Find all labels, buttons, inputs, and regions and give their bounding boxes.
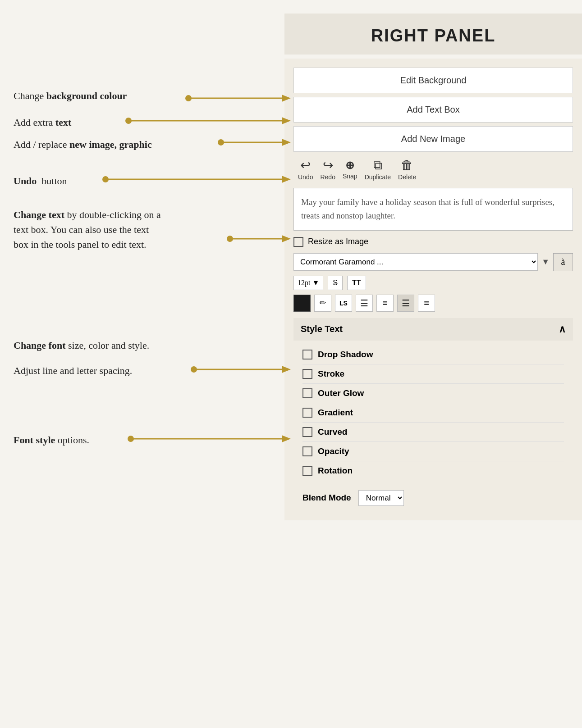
redo-button[interactable]: ↪ Redo [320,159,335,181]
gradient-checkbox[interactable] [302,408,312,418]
opacity-option: Opacity [302,442,564,461]
annotation-undo-bold: Undo [14,175,37,187]
gradient-label: Gradient [318,408,353,418]
font-style-button[interactable]: à [553,253,573,271]
font-family-select[interactable]: Cormorant Garamond ... [293,253,538,271]
annotation-change-text-bold: Change text [14,209,64,220]
rotation-option: Rotation [302,461,564,480]
undo-button[interactable]: ↩ Undo [298,159,313,181]
resize-label: Resize as Image [308,237,368,246]
annotation-undo: Undo button [14,173,67,188]
annotation-bg-colour-bold: background colour [46,90,127,101]
font-size-select[interactable]: 12pt ▼ [293,276,323,290]
rotation-checkbox[interactable] [302,466,312,476]
bold-tt-button[interactable]: TT [347,276,366,290]
style-text-section: Style Text ∧ Drop Shadow Stroke Outer Gl… [293,318,573,511]
svg-point-6 [218,139,224,146]
style-text-title: Style Text [301,324,343,334]
resize-checkbox[interactable] [293,237,303,247]
resize-as-image-row: Resize as Image [293,237,573,247]
outer-glow-checkbox[interactable] [302,388,312,398]
annotation-font-style-bold: Font style [14,434,55,446]
bold-tt-icon: TT [352,279,361,287]
curved-checkbox[interactable] [302,427,312,437]
annotation-new-image: Add / replace new image, graphic [14,137,152,152]
annotation-bg-colour: Change background colour [14,88,127,103]
format-row: ✏ LS ☰ ≡ ☰ ≡ [293,295,573,312]
color-picker-button[interactable]: ✏ [314,295,331,312]
blend-mode-row: Blend Mode Normal [293,485,573,511]
style-text-body: Drop Shadow Stroke Outer Glow Gradient C… [293,341,573,485]
drop-shadow-option: Drop Shadow [302,345,564,364]
annotation-change-font: Change font size, color and style. [14,338,149,353]
color-picker-icon: ✏ [320,298,326,308]
redo-icon: ↪ [323,159,333,172]
text-editing-box[interactable]: May your family have a holiday season th… [293,188,573,231]
line-spacing-button[interactable]: ☰ [356,295,373,312]
rotation-label: Rotation [318,466,353,476]
align-right-button[interactable]: ≡ [418,295,435,312]
outer-glow-label: Outer Glow [318,388,364,398]
align-center-button[interactable]: ☰ [397,295,414,312]
font-size-chevron: ▼ [312,279,319,287]
annotation-line-spacing: Adjust line and letter spacing. [14,363,132,378]
blend-mode-label: Blend Mode [302,493,351,503]
add-new-image-button[interactable]: Add New Image [293,126,573,152]
duplicate-button[interactable]: ⧉ Duplicate [365,159,391,181]
style-text-header: Style Text ∧ [293,318,573,341]
letter-spacing-icon: LS [339,300,348,307]
add-text-box-button[interactable]: Add Text Box [293,97,573,123]
stroke-option: Stroke [302,364,564,384]
svg-point-0 [185,95,192,101]
text-content: May your family have a holiday season th… [301,197,555,220]
edit-background-button[interactable]: Edit Background [293,68,573,93]
svg-point-9 [102,176,109,182]
annotation-new-image-bold: new image, graphic [69,139,152,150]
stroke-checkbox[interactable] [302,369,312,379]
opacity-label: Opacity [318,446,349,456]
font-family-row: Cormorant Garamond ... ▼ à [293,253,573,271]
outer-glow-option: Outer Glow [302,384,564,403]
collapse-icon[interactable]: ∧ [559,323,566,335]
blend-mode-select[interactable]: Normal [358,490,404,506]
gradient-option: Gradient [302,403,564,423]
drop-shadow-checkbox[interactable] [302,350,312,359]
annotation-change-text: Change text by double-clicking on atext … [14,207,161,252]
undo-label: Undo [298,173,313,181]
font-style-icon: à [561,257,565,267]
curved-option: Curved [302,423,564,442]
delete-button[interactable]: 🗑 Delete [398,159,416,181]
snap-button[interactable]: ⊕ Snap [343,160,357,180]
font-size-row: 12pt ▼ S TT [293,276,573,290]
font-size-value: 12pt [298,279,310,287]
align-left-icon: ≡ [382,298,388,308]
toolbar-row: ↩ Undo ↪ Redo ⊕ Snap ⧉ Duplicate 🗑 Delet… [298,159,573,181]
redo-label: Redo [320,173,335,181]
duplicate-icon: ⧉ [373,159,382,172]
delete-icon: 🗑 [401,159,413,172]
annotation-change-font-bold: Change font [14,340,66,351]
align-left-button[interactable]: ≡ [376,295,394,312]
stroke-label: Stroke [318,369,344,379]
curved-label: Curved [318,427,347,437]
annotation-extra-text: Add extra text [14,115,71,130]
svg-point-3 [125,118,132,124]
letter-spacing-button[interactable]: LS [335,295,352,312]
opacity-checkbox[interactable] [302,446,312,456]
svg-point-18 [128,436,134,442]
color-swatch[interactable] [293,295,311,312]
align-right-icon: ≡ [424,298,429,308]
strikethrough-button[interactable]: S [328,276,343,290]
line-spacing-icon: ☰ [360,298,368,309]
delete-label: Delete [398,173,416,181]
svg-point-12 [227,236,233,242]
align-center-icon: ☰ [402,298,410,309]
right-panel-header: RIGHT PANEL [284,14,582,55]
right-panel: Edit Background Add Text Box Add New Ima… [284,59,582,520]
strikethrough-icon: S [333,279,338,287]
snap-label: Snap [343,173,357,180]
annotation-font-style: Font style options. [14,432,89,447]
annotation-text-bold: text [55,117,71,128]
panel-title: RIGHT PANEL [293,26,573,46]
undo-icon: ↩ [300,159,311,172]
